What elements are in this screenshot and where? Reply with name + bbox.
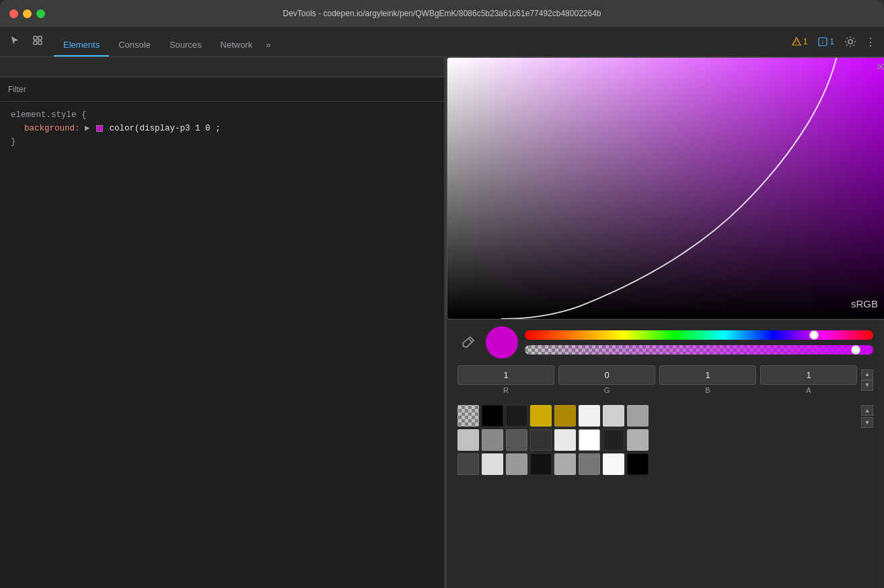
tab-more-btn[interactable]: » [262,34,274,57]
fullscreen-traffic-light[interactable] [36,9,45,18]
svg-rect-3 [38,41,42,44]
svg-rect-1 [38,36,42,40]
breadcrumb-bar [0,57,444,77]
color-preview-circle [486,326,518,359]
swatch-gold-1[interactable] [530,405,552,427]
css-selector-line: element.style { [11,108,433,122]
css-expand-arrow[interactable]: ▶ [85,124,95,133]
swatch-mid-4[interactable] [554,453,576,475]
inspect-icon-btn[interactable] [28,31,47,50]
swatch-dark-4[interactable] [457,453,479,475]
rgba-input-b[interactable] [659,365,756,385]
eyedropper-btn[interactable] [457,332,479,353]
color-picker-overlay: sRGB ✕ [447,57,884,320]
swatch-transparent[interactable] [457,405,479,427]
swatch-mid-1[interactable] [627,405,649,427]
swatches-stepper-down[interactable]: ▼ [861,417,873,428]
alpha-slider-container [525,345,873,355]
tabs-right-controls: ! 1 i 1 ⋮ [788,32,879,57]
css-editor: element.style { background: ▶ color(disp… [0,102,444,588]
tab-console[interactable]: Console [109,34,160,57]
swatch-black-1[interactable] [482,405,503,427]
rgba-stepper: ▲ ▼ [861,369,873,391]
svg-line-8 [469,339,472,342]
window-title: DevTools - codepen.io/argyleink/pen/QWBg… [283,9,601,18]
color-picker-close-btn[interactable]: ✕ [876,62,884,73]
swatches-section: ▲ ▼ [457,400,873,480]
alpha-slider[interactable] [525,345,873,355]
swatch-near-white[interactable] [554,429,576,451]
picker-controls-row [457,326,873,359]
swatch-near-white-2[interactable] [603,453,624,475]
svg-text:i: i [822,39,823,45]
swatches-stepper: ▲ ▼ [861,405,873,428]
rgba-stepper-up[interactable]: ▲ [861,369,873,380]
right-panel: sRGB ✕ [447,57,884,588]
title-bar: DevTools - codepen.io/argyleink/pen/QWBg… [0,0,884,27]
info-badge[interactable]: i 1 [814,36,838,48]
css-property: background: [24,124,80,133]
rgba-input-a[interactable] [760,365,857,385]
tab-icon-group [5,31,47,57]
tab-network[interactable]: Network [211,34,262,57]
filter-bar: Filter [0,77,444,102]
svg-rect-2 [34,41,37,44]
filter-label: Filter [8,85,26,94]
color-picker-controls: R G B A ▲ ▼ [447,320,884,487]
rgba-label-g: G [604,386,610,394]
svg-text:!: ! [796,40,797,44]
swatch-dark-2[interactable] [506,429,527,451]
devtools-tabs-bar: Elements Console Sources Network » ! 1 i… [0,27,884,57]
hue-slider[interactable] [525,330,873,340]
swatch-gold-2[interactable] [554,405,576,427]
swatches-stepper-up[interactable]: ▲ [861,405,873,416]
rgba-input-g[interactable] [558,365,655,385]
css-color-swatch[interactable] [96,125,103,132]
swatches-row-3 [457,453,858,475]
sliders-area [525,330,873,355]
rgba-input-r[interactable] [457,365,554,385]
swatch-mid-2[interactable] [482,429,503,451]
swatch-dark-3[interactable] [530,429,552,451]
swatch-light-3[interactable] [457,429,479,451]
swatch-very-dark[interactable] [603,429,624,451]
svg-rect-0 [34,36,37,40]
rgba-inputs: R G B A ▲ ▼ [457,365,873,394]
left-panel: Filter element.style { background: ▶ col… [0,57,444,588]
swatch-white-outline[interactable] [579,429,600,451]
tab-elements[interactable]: Elements [54,34,109,57]
swatch-near-black[interactable] [530,453,552,475]
css-close-brace-line: } [11,135,433,149]
css-selector: element.style { [11,110,87,120]
close-traffic-light[interactable] [9,9,18,18]
more-options-icon[interactable]: ⋮ [862,32,879,51]
swatch-black-2[interactable] [627,453,649,475]
gradient-canvas[interactable]: sRGB [447,58,884,319]
alpha-thumb[interactable] [851,345,860,355]
swatch-mid-light[interactable] [627,429,649,451]
main-content: Filter element.style { background: ▶ col… [0,57,884,588]
swatches-row-2 [457,429,858,451]
hue-slider-container [525,330,873,340]
minimize-traffic-light[interactable] [23,9,32,18]
hue-thumb[interactable] [809,330,819,340]
swatch-dark-5[interactable] [579,453,600,475]
css-color-value: color(display-p3 1 0 [110,124,211,133]
swatch-mid-3[interactable] [506,453,527,475]
swatch-light-2[interactable] [603,405,624,427]
rgba-label-r: R [503,386,509,394]
rgba-field-r: R [457,365,554,394]
settings-gear-icon[interactable] [841,32,860,51]
rgba-field-g: G [558,365,655,394]
warning-badge[interactable]: ! 1 [788,36,812,48]
css-semicolon: ; [215,124,221,133]
traffic-lights [9,9,45,18]
rgba-field-a: A [760,365,857,394]
swatch-light-1[interactable] [579,405,600,427]
cursor-icon-btn[interactable] [5,31,24,50]
swatches-row-1 [457,405,858,427]
swatch-dark-1[interactable] [506,405,527,427]
tab-sources[interactable]: Sources [160,34,211,57]
swatch-light-4[interactable] [482,453,503,475]
rgba-stepper-down[interactable]: ▼ [861,380,873,391]
